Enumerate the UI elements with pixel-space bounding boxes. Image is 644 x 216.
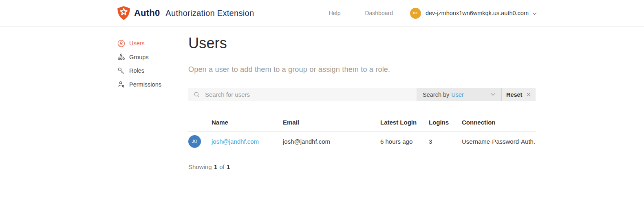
results-summary: Showing 1 of 1 <box>188 163 536 170</box>
search-by-dropdown[interactable]: Search by User <box>417 88 501 101</box>
summary-of: of <box>219 163 225 170</box>
page-subtitle: Open a user to add them to a group or as… <box>188 65 536 74</box>
column-header-connection: Connection <box>462 119 536 126</box>
cell-logins: 3 <box>429 138 462 145</box>
page-title: Users <box>188 35 536 51</box>
search-input-wrap <box>188 88 417 101</box>
org-hierarchy-icon <box>117 53 125 61</box>
search-by-label: Search by <box>423 91 449 98</box>
search-icon <box>194 91 200 98</box>
table-row[interactable]: JO josh@jandhf.com josh@jandhf.com 6 hou… <box>188 131 536 151</box>
search-by-value: User <box>451 91 464 98</box>
cell-avatar: JO <box>188 135 212 148</box>
close-icon: ✕ <box>526 91 531 98</box>
sidebar-item-label: Groups <box>129 54 149 60</box>
reset-button[interactable]: Reset ✕ <box>501 88 536 101</box>
app-header: Auth0 Authorization Extension Help Dashb… <box>0 0 644 27</box>
users-table: Name Email Latest Login Logins Connectio… <box>188 119 536 151</box>
column-header-latest-login: Latest Login <box>380 119 429 126</box>
brand-name: Auth0 <box>134 8 160 18</box>
sidebar-item-roles[interactable]: Roles <box>117 67 188 75</box>
brand: Auth0 Authorization Extension <box>117 6 254 20</box>
tenant-menu[interactable]: DE dev-jzmhonx1wn6wmkqk.us.auth0.com <box>410 8 537 19</box>
reset-label: Reset <box>506 91 523 98</box>
app-title: Authorization Extension <box>165 9 254 18</box>
sidebar-item-permissions[interactable]: Permissions <box>117 80 188 89</box>
tenant-name: dev-jzmhonx1wn6wmkqk.us.auth0.com <box>426 10 529 16</box>
sidebar-item-users[interactable]: Users <box>117 39 188 47</box>
sidebar: Users Groups <box>117 27 188 94</box>
summary-showing: Showing <box>188 163 212 170</box>
search-row: Search by User Reset ✕ <box>188 88 536 101</box>
sidebar-item-label: Users <box>129 40 145 47</box>
main-content: Users Open a user to add them to a group… <box>188 27 536 170</box>
user-circle-icon <box>117 39 125 47</box>
cell-latest-login: 6 hours ago <box>380 138 429 145</box>
sidebar-item-groups[interactable]: Groups <box>117 53 188 61</box>
person-key-icon <box>117 80 125 89</box>
nav-help-link[interactable]: Help <box>329 10 341 16</box>
chevron-down-icon <box>532 12 537 15</box>
search-input[interactable] <box>204 91 411 98</box>
header-nav: Help Dashboard <box>329 10 393 16</box>
column-header-logins: Logins <box>429 119 462 126</box>
auth0-logo-icon <box>117 6 130 20</box>
table-header-row: Name Email Latest Login Logins Connectio… <box>188 119 536 131</box>
avatar: JO <box>188 135 201 148</box>
chevron-down-icon <box>491 93 495 96</box>
column-header-name: Name <box>212 119 283 126</box>
cell-name: josh@jandhf.com <box>212 138 283 145</box>
key-icon <box>117 67 125 75</box>
tenant-avatar: DE <box>410 8 421 19</box>
cell-connection: Username-Password-Auth… <box>462 138 536 145</box>
column-header-email: Email <box>283 119 380 126</box>
nav-dashboard-link[interactable]: Dashboard <box>365 10 393 16</box>
user-name-link[interactable]: josh@jandhf.com <box>212 138 259 145</box>
cell-email: josh@jandhf.com <box>283 138 380 145</box>
summary-total: 1 <box>226 163 230 170</box>
sidebar-item-label: Permissions <box>129 81 161 88</box>
sidebar-item-label: Roles <box>129 67 144 74</box>
summary-count: 1 <box>214 163 218 170</box>
